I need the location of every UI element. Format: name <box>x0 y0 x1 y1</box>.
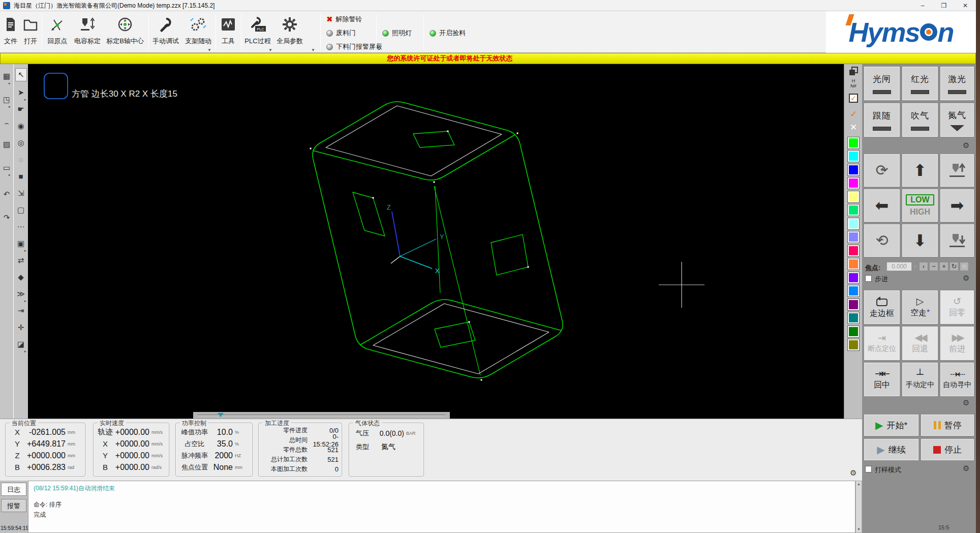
focus-value-combo[interactable]: 0.000 <box>886 262 912 271</box>
color-swatch[interactable] <box>848 258 859 270</box>
start-button[interactable]: ▶ 开始* <box>864 414 919 436</box>
focus-plus-button[interactable]: + <box>939 262 948 271</box>
color-swatch[interactable] <box>848 339 859 350</box>
chevron-down-icon[interactable]: ▼ <box>207 48 211 52</box>
measure-tool[interactable]: ▭ <box>0 162 13 174</box>
color-swatch[interactable] <box>848 177 859 189</box>
center-point-tool[interactable]: ✛ <box>14 321 28 334</box>
z-up-button[interactable] <box>940 154 974 187</box>
log-scrollbar[interactable]: ▲ ▼ <box>855 481 862 533</box>
resume-button[interactable]: ▶ 继续 <box>864 438 919 461</box>
color-swatch[interactable] <box>848 312 859 323</box>
color-swatch[interactable] <box>848 245 859 256</box>
nest-grid-tool[interactable]: ▦ <box>0 70 13 82</box>
support-follow-button[interactable]: 支架随动 <box>183 12 213 52</box>
home-origin-button[interactable]: 回原点 <box>44 12 71 52</box>
stop-button[interactable]: 停止 <box>921 438 974 461</box>
arc-tool[interactable]: ⌢ <box>0 117 13 129</box>
focus-reset-button[interactable]: ↻ <box>950 262 959 271</box>
return-zero-button[interactable]: ↺ 回零 <box>940 290 974 324</box>
color-swatch[interactable] <box>848 231 859 243</box>
step-back-button[interactable]: ◀◀ 回退 <box>902 326 938 361</box>
step-checkbox[interactable] <box>865 275 872 282</box>
red-light-button[interactable]: 红光 <box>902 66 938 101</box>
redo-button[interactable]: ↷ <box>0 212 13 224</box>
trace-progress-slider[interactable] <box>193 412 450 419</box>
log-message-list[interactable]: (08/12 15:59:41)自动润滑结束 命令: 排序 完成 <box>28 481 855 533</box>
layers-icon[interactable] <box>844 66 863 78</box>
z-down-button[interactable] <box>940 224 974 257</box>
light-toggle[interactable]: 照明灯 <box>382 28 412 38</box>
eraser-tool[interactable]: ◪ <box>14 338 28 350</box>
select-tool[interactable]: ↖ <box>15 68 27 81</box>
plc-process-button[interactable]: PLC PLC过程 <box>243 12 272 52</box>
tab-alarm[interactable]: 报警 <box>1 499 26 512</box>
pick-tool[interactable]: ➤ <box>14 86 28 99</box>
color-swatch[interactable] <box>848 164 859 175</box>
gear-icon[interactable]: ⚙ <box>963 464 969 472</box>
file-button[interactable]: 文件 <box>1 12 20 52</box>
gas-type-button[interactable]: 氮气 <box>940 103 974 137</box>
return-center-button[interactable]: ⇥⇤ 回中 <box>864 362 900 397</box>
jog-down-button[interactable]: ⬇ <box>902 224 938 257</box>
color-swatch[interactable] <box>848 299 859 310</box>
gear-icon[interactable]: ⚙ <box>963 274 969 282</box>
open-button[interactable]: 打开 <box>21 12 40 52</box>
sample-mode-checkbox[interactable] <box>865 466 872 472</box>
unload-door-alarm-mask-toggle[interactable]: 下料门报警屏蔽 <box>326 42 382 52</box>
scroll-up-icon[interactable]: ▲ <box>856 481 862 487</box>
view-tool[interactable]: ◉ <box>14 120 28 132</box>
rotate-minus-button[interactable]: ⟲− <box>864 224 900 257</box>
follow-button[interactable]: 跟随 <box>864 103 900 137</box>
gear-icon[interactable]: ⚙ <box>963 399 969 406</box>
dry-run-button[interactable]: ▷ 空走* <box>902 290 938 324</box>
maximize-button[interactable]: ❐ <box>934 0 954 11</box>
gear-icon[interactable]: ⚙ <box>850 469 856 477</box>
manual-debug-button[interactable]: 手动调试 <box>150 12 181 52</box>
global-params-button[interactable]: 全局参数 <box>274 12 305 52</box>
drawing-canvas[interactable]: 方管 边长30 X R2 X 长度15 <box>28 64 844 419</box>
frame-tool[interactable]: ▢ <box>14 204 28 216</box>
solid-view-tool[interactable]: ◳ <box>0 94 13 106</box>
minimize-button[interactable]: – <box>912 0 933 11</box>
blow-button[interactable]: 吹气 <box>902 103 938 137</box>
fit-view-tool[interactable]: ⇲ <box>14 187 28 199</box>
stop-tool[interactable]: ■ <box>14 170 28 183</box>
focus-go-button[interactable]: › <box>919 262 928 271</box>
align-tool[interactable]: ⇥ <box>14 305 28 317</box>
swap-tool[interactable]: ⇄ <box>14 254 28 266</box>
color-swatch[interactable] <box>848 137 859 149</box>
zoom-tool[interactable]: ◎ <box>14 137 28 149</box>
mark-rect-tool[interactable]: ▣ <box>14 238 28 250</box>
laser-button[interactable]: 激光 <box>940 66 974 101</box>
jog-right-button[interactable]: ➡ <box>940 189 974 222</box>
color-swatch[interactable] <box>848 191 859 202</box>
auto-centering-button[interactable]: ⇢⇠ 自动寻中 <box>940 362 974 397</box>
capacitance-calibration-button[interactable]: 电容标定 <box>72 12 103 52</box>
release-alarm-button[interactable]: ✖ 解除警铃 <box>326 14 362 24</box>
chevron-down-icon[interactable]: ∨ <box>913 264 917 269</box>
trace-frame-button[interactable]: 走边框 <box>864 290 900 324</box>
slider-thumb-icon[interactable] <box>218 413 224 417</box>
pickup-toggle[interactable]: 开启捡料 <box>430 28 466 38</box>
jog-up-button[interactable]: ⬆ <box>902 154 938 187</box>
clear-x-icon[interactable]: ✕ <box>844 122 863 133</box>
color-swatch[interactable] <box>848 151 859 162</box>
fast-move-tool[interactable]: ≫ <box>14 288 28 300</box>
focus-minus-button[interactable]: − <box>929 262 938 271</box>
focus-cancel-button[interactable]: ⊗ <box>960 262 969 271</box>
manual-centering-button[interactable]: ┴ 手动定中 <box>902 362 938 397</box>
slider-track[interactable] <box>197 414 446 416</box>
color-swatch[interactable] <box>848 218 859 229</box>
color-swatch[interactable] <box>848 204 859 216</box>
chevron-down-icon[interactable]: ▼ <box>311 48 315 52</box>
apply-check-icon[interactable]: ✓ <box>844 109 863 120</box>
gear-icon[interactable]: ⚙ <box>963 141 969 149</box>
pan-tool[interactable]: ☛ <box>14 103 28 115</box>
close-button[interactable]: ✕ <box>955 0 975 11</box>
tools-button[interactable]: 工具 <box>218 12 239 52</box>
color-swatch[interactable] <box>848 285 859 297</box>
color-swatch[interactable] <box>848 326 859 337</box>
scroll-down-icon[interactable]: ▼ <box>856 526 862 532</box>
undo-button[interactable]: ↶ <box>0 188 13 200</box>
